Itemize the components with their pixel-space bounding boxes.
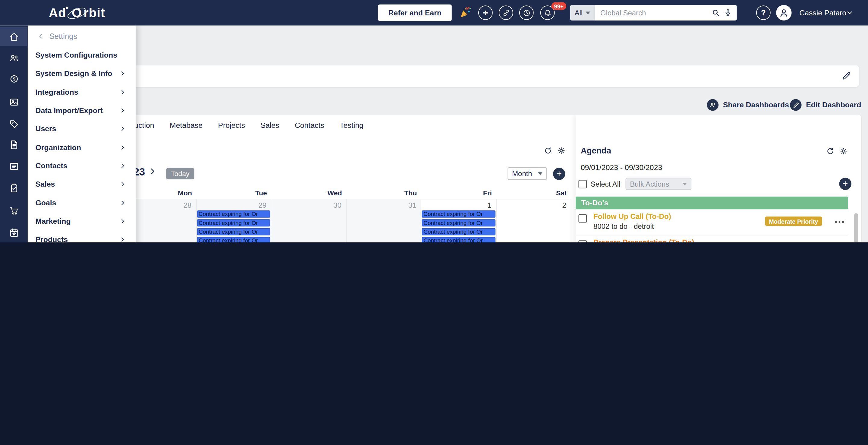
svg-text:$: $	[13, 76, 15, 81]
calendar-settings-gear-icon[interactable]	[557, 146, 566, 155]
user-menu-chevron-icon[interactable]	[846, 9, 854, 17]
settings-panel: Settings System Configurations System De…	[28, 25, 135, 242]
link-button[interactable]	[499, 5, 513, 20]
agenda-list: Follow Up Call (To-Do) 8002 to do - detr…	[576, 209, 848, 242]
calendar-next-month-button[interactable]	[148, 167, 157, 176]
bulk-actions-select[interactable]: Bulk Actions	[626, 178, 692, 190]
edit-dashboard-link[interactable]: Edit Dashboard	[790, 99, 861, 111]
share-dashboards-link[interactable]: Share Dashboards	[707, 99, 789, 111]
settings-menu-list: System Configurations System Design & In…	[28, 45, 135, 242]
calendar-day-cell[interactable]: 31	[346, 199, 421, 242]
agenda-item-title[interactable]: Prepare Presentation (To-Do)	[593, 238, 694, 242]
weekday-label: Sat	[496, 188, 571, 199]
home-icon[interactable]	[0, 27, 28, 46]
settings-menu-item-marketing[interactable]: Marketing	[28, 212, 135, 230]
tab-contacts[interactable]: Contacts	[295, 121, 324, 129]
agenda-item-menu-button[interactable]	[835, 221, 844, 223]
tab-projects[interactable]: Projects	[218, 121, 245, 129]
calendar-star-icon[interactable]	[0, 223, 28, 242]
agenda-item-checkbox[interactable]	[578, 214, 587, 223]
tag-icon[interactable]	[0, 114, 28, 132]
party-popper-icon[interactable]	[458, 5, 473, 21]
day-number: 30	[271, 199, 346, 210]
tab-sales[interactable]: Sales	[260, 121, 279, 129]
calendar-view-select[interactable]: Month	[507, 167, 547, 180]
agenda-item-subtitle: 8002 to do - detroit	[593, 222, 654, 231]
help-button[interactable]: ?	[756, 5, 771, 20]
user-avatar[interactable]	[776, 5, 792, 21]
agenda-item-title[interactable]: Follow Up Call (To-Do)	[593, 212, 671, 220]
calendar-event[interactable]: Contract expiring for Or	[422, 237, 495, 242]
document-icon[interactable]	[0, 135, 28, 154]
calendar-event[interactable]: Contract expiring for Or	[422, 228, 495, 235]
users-icon[interactable]	[0, 48, 28, 67]
agenda-settings-gear-icon[interactable]	[839, 147, 848, 155]
settings-menu-item-products[interactable]: Products	[28, 230, 135, 242]
app-root: Ad Orbit Refer and Earn + 99+ All	[0, 0, 868, 242]
settings-menu-item-users[interactable]: Users	[28, 120, 135, 138]
microphone-icon[interactable]	[724, 8, 733, 17]
settings-menu-item-contacts[interactable]: Contacts	[28, 156, 135, 175]
calendar-event[interactable]: Contract expiring for Or	[197, 219, 270, 227]
image-icon[interactable]	[0, 93, 28, 111]
settings-menu-item-system-design-info[interactable]: System Design & Info	[28, 64, 135, 83]
news-icon[interactable]	[0, 157, 28, 175]
quick-add-button[interactable]: +	[478, 5, 493, 20]
calendar-day-cell[interactable]: 29 Contract expiring for OrContract expi…	[196, 199, 272, 242]
priority-badge: Moderate Priority	[765, 216, 822, 226]
settings-menu-item-goals[interactable]: Goals	[28, 194, 135, 212]
tab-metabase[interactable]: Metabase	[170, 121, 203, 129]
agenda-scrollbar-thumb[interactable]	[854, 213, 858, 242]
calendar-event[interactable]: Contract expiring for Or	[422, 210, 495, 218]
agenda-widget: Agenda 09/01/2023 - 09/30/2023 Select Al…	[576, 115, 861, 242]
clipboard-icon[interactable]	[0, 178, 28, 197]
chevron-right-icon	[120, 126, 126, 132]
agenda-add-button[interactable]: +	[839, 178, 851, 190]
search-icon[interactable]	[712, 8, 720, 17]
dashboard-tabs: ProductionMetabaseProjectsSalesContactsT…	[119, 115, 364, 136]
calendar-add-event-button[interactable]: +	[553, 168, 565, 180]
select-all-label: Select All	[591, 180, 620, 188]
refer-and-earn-button[interactable]: Refer and Earn	[378, 4, 452, 21]
menu-item-label: System Design & Info	[36, 69, 113, 78]
app-logo[interactable]: Ad Orbit	[49, 0, 105, 25]
share-icon	[707, 99, 719, 111]
search-filter-select[interactable]: All	[570, 5, 595, 21]
agenda-item-checkbox[interactable]	[578, 240, 587, 242]
select-all-checkbox[interactable]	[578, 180, 587, 188]
settings-back-header[interactable]: Settings	[28, 25, 135, 44]
settings-menu-item-system-configurations[interactable]: System Configurations	[28, 46, 135, 64]
settings-menu-item-integrations[interactable]: Integrations	[28, 83, 135, 101]
today-button[interactable]: Today	[166, 168, 194, 180]
dashboard-title-bar	[36, 65, 859, 87]
chevron-right-icon	[120, 218, 126, 224]
coins-icon[interactable]: $	[0, 69, 28, 88]
cart-icon[interactable]	[0, 201, 28, 220]
user-name[interactable]: Cassie Pataro	[799, 0, 846, 25]
chevron-right-icon	[120, 181, 126, 187]
day-events: Contract expiring for OrContract expirin…	[421, 210, 496, 242]
weekday-label: Tue	[196, 188, 272, 199]
day-number: 29	[196, 199, 271, 210]
calendar-view-value: Month	[512, 170, 532, 178]
calendar-event[interactable]: Contract expiring for Or	[197, 228, 270, 235]
menu-item-label: Goals	[36, 198, 56, 207]
calendar-event[interactable]: Contract expiring for Or	[197, 237, 270, 242]
calendar-day-cell[interactable]: 1 Contract expiring for OrContract expir…	[421, 199, 496, 242]
calendar-event[interactable]: Contract expiring for Or	[197, 210, 270, 218]
settings-menu-item-organization[interactable]: Organization	[28, 138, 135, 156]
day-number: 2	[496, 199, 571, 210]
calendar-day-cell[interactable]: 30	[271, 199, 346, 242]
settings-menu-item-sales[interactable]: Sales	[28, 175, 135, 194]
settings-menu-item-data-import-export[interactable]: Data Import/Export	[28, 101, 135, 120]
tab-testing[interactable]: Testing	[340, 121, 364, 129]
calendar-refresh-icon[interactable]	[544, 146, 553, 155]
edit-dashboard-label: Edit Dashboard	[806, 101, 861, 109]
edit-pencil-icon[interactable]	[841, 71, 851, 81]
edit-pencil-icon	[790, 99, 802, 111]
chevron-right-icon	[120, 200, 126, 206]
recent-activity-button[interactable]	[519, 5, 534, 20]
agenda-refresh-icon[interactable]	[826, 147, 835, 155]
calendar-event[interactable]: Contract expiring for Or	[422, 219, 495, 227]
calendar-day-cell[interactable]: 2	[496, 199, 571, 242]
